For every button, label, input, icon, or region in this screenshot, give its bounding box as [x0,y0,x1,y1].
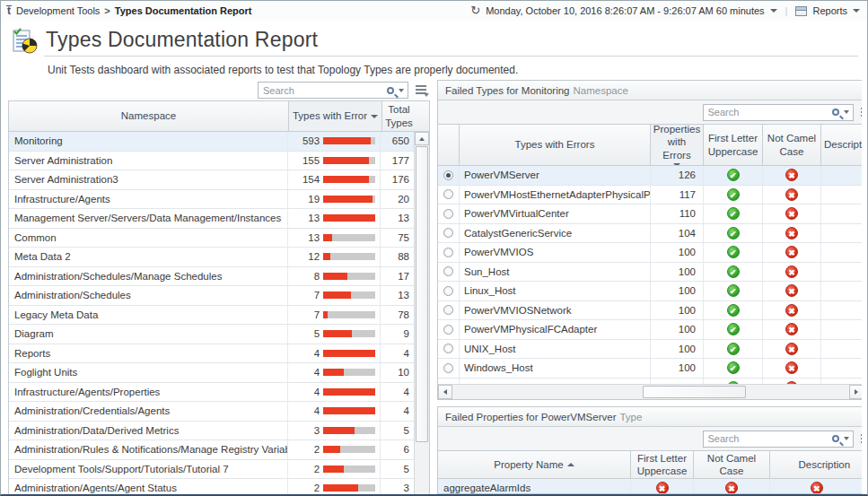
namespace-table-row[interactable]: Infrastructure/Agents 19 20 [9,190,414,210]
row-radio-button[interactable] [443,363,453,373]
fail-x-icon: ✖ [785,323,798,335]
column-header-description-truncated[interactable]: Description [821,125,862,165]
scrollbar-thumb[interactable] [643,386,746,398]
namespace-table-row[interactable]: Legacy Meta Data 7 78 [9,306,414,326]
failed-properties-toolbar [438,427,862,450]
namespace-table-row[interactable]: Monitoring 593 650 [9,132,414,152]
table-customizer-icon[interactable] [860,433,862,445]
namespace-table-row[interactable]: Administration/Rules & Notifications/Man… [9,440,414,460]
row-radio-button[interactable] [443,325,453,335]
table-customizer-icon[interactable] [415,84,428,96]
scroll-up-button[interactable] [415,132,429,145]
failed-types-panel-title: Failed Types for Monitoring Namespace [438,81,862,100]
failed-properties-panel-title: Failed Properties for PowerVMServer Type [438,407,862,427]
time-range-label[interactable]: Monday, October 10, 2016 8:26:07 AM - 9:… [486,5,764,16]
failed-types-hscrollbar[interactable] [438,384,862,399]
reports-dropdown-icon[interactable] [853,9,860,13]
search-icon[interactable] [832,109,839,116]
namespace-table-row[interactable]: Administration/Schedules 7 13 [9,286,414,306]
column-header-first-letter-uppercase[interactable]: First Letter Uppercase [631,451,694,478]
fail-x-icon: ✖ [785,343,798,355]
failed-properties-table-body: aggregateAlarmIds ✖ ✖ ✖ [438,479,862,493]
reports-menu[interactable]: Reports [812,5,847,16]
failed-types-table-row[interactable]: Windows_Host 100 ✔ ✖ [438,359,862,379]
failed-types-table-row[interactable]: PowerVMVirtualCenter 110 ✔ ✖ [438,204,862,224]
failed-types-search[interactable] [703,104,854,121]
namespace-table-row[interactable]: Administration/Agents/Agent Status 2 3 [9,479,414,494]
failed-types-toolbar [438,100,862,124]
row-radio-button[interactable] [443,344,453,353]
column-header-property-name[interactable]: Property Name [438,451,631,478]
search-icon[interactable] [387,87,394,94]
error-ratio-bar [323,196,375,203]
failed-properties-table-header: Property Name First Letter Uppercase Not… [438,451,862,479]
search-options-caret-icon[interactable] [399,89,404,92]
namespace-table-row[interactable]: Administration/Credentials/Agents 4 4 [9,402,414,422]
column-header-types-with-error[interactable]: Types with Error [289,101,382,131]
namespace-table-row[interactable]: Infrastructure/Agents/Properties 4 4 [9,383,414,403]
column-header-first-letter-uppercase[interactable]: First Letter Uppercase [704,125,763,165]
breadcrumb-item-development-tools[interactable]: Development Tools [16,5,100,16]
failed-types-table-row[interactable]: PowerVMPhysicalFCAdapter 100 ✔ ✖ [438,320,862,340]
failed-properties-search-input[interactable] [708,433,832,444]
row-radio-button[interactable] [443,248,453,257]
failed-properties-search[interactable] [703,431,854,448]
namespace-table-row[interactable]: Common 13 75 [9,229,414,248]
namespace-table-row[interactable]: Reports 4 4 [9,344,414,364]
row-radio-button[interactable] [443,209,453,219]
failed-types-table-row[interactable]: UNIX_Host 100 ✔ ✖ [438,340,862,360]
column-header-description[interactable]: Description [770,451,862,478]
row-radio-button[interactable] [443,189,453,199]
time-range-dropdown-icon[interactable] [770,9,777,13]
failed-types-table-row[interactable]: PowerVMServer 126 ✔ ✖ [438,166,862,186]
action-history-icon[interactable]: t [6,5,12,16]
column-header-namespace[interactable]: Namespace [9,101,289,131]
row-radio-button[interactable] [443,266,453,276]
namespace-table-row[interactable]: Foglight Units 4 10 [9,363,414,383]
failed-types-table-row[interactable]: PowerVMVIOS 100 ✔ ✖ [438,243,862,263]
pass-check-icon: ✔ [727,343,740,355]
column-header-properties-with-errors[interactable]: Properties with Errors [651,125,704,165]
scrollbar-thumb[interactable] [416,146,428,442]
failed-properties-table-row[interactable]: aggregateAlarmIds ✖ ✖ ✖ [438,479,862,493]
scroll-right-button[interactable] [849,385,862,399]
failed-types-table-row[interactable]: Sun_Host 100 ✔ ✖ [438,263,862,283]
failed-types-table-row[interactable]: PowerVMVIOSNetwork 100 ✔ ✖ [438,301,862,321]
column-header-total-types[interactable]: Total Types [382,101,416,131]
failed-types-table-row[interactable]: CatalystGenericService 104 ✔ ✖ [438,224,862,244]
breadcrumb: t Development Tools > Types Documentatio… [6,5,251,16]
namespace-search-input[interactable] [263,85,387,96]
namespace-table-row[interactable]: Management Server/Servers/Data Managemen… [9,209,414,229]
failed-types-table-row[interactable]: Linux_Host 100 ✔ ✖ [438,282,862,301]
namespace-table-row[interactable]: Meta Data 2 12 88 [9,248,414,267]
fail-x-icon: ✖ [785,304,798,317]
column-header-not-camel-case[interactable]: Not Camel Case [694,451,770,478]
error-ratio-bar [323,234,375,241]
error-ratio-bar [323,253,375,260]
error-ratio-bar [323,407,375,414]
namespace-table-row[interactable]: Development Tools/Support/Tutorials/Tuto… [9,460,414,480]
row-radio-button[interactable] [443,286,453,296]
column-header-not-camel-case[interactable]: Not Camel Case [763,125,821,165]
namespace-table-row[interactable]: Diagram 5 9 [9,325,414,344]
namespace-table-row[interactable]: Server Administration3 154 176 [9,170,414,190]
column-header-types-with-errors[interactable]: Types with Errors [460,125,651,165]
namespace-table-row[interactable]: Server Administration 155 177 [9,152,414,171]
row-radio-button[interactable] [443,228,453,238]
pass-check-icon: ✔ [727,323,740,335]
search-options-caret-icon[interactable] [844,110,849,114]
fail-x-icon: ✖ [785,169,798,181]
row-radio-button[interactable] [443,170,453,180]
row-radio-button[interactable] [443,305,453,315]
namespace-table-vscrollbar[interactable] [414,132,429,494]
failed-types-search-input[interactable] [708,107,832,117]
namespace-table-row[interactable]: Administration/Data/Derived Metrics 3 5 [9,422,414,441]
table-customizer-icon[interactable] [860,107,862,118]
scroll-left-button[interactable] [438,385,452,399]
namespace-search[interactable] [258,82,408,99]
pass-check-icon: ✔ [727,169,740,181]
failed-types-table-row[interactable]: PowerVMHostEthernetAdapterPhysicalPort 1… [438,186,862,205]
search-icon[interactable] [832,435,839,442]
search-options-caret-icon[interactable] [844,437,849,440]
namespace-table-row[interactable]: Administration/Schedules/Manage Schedule… [9,267,414,287]
